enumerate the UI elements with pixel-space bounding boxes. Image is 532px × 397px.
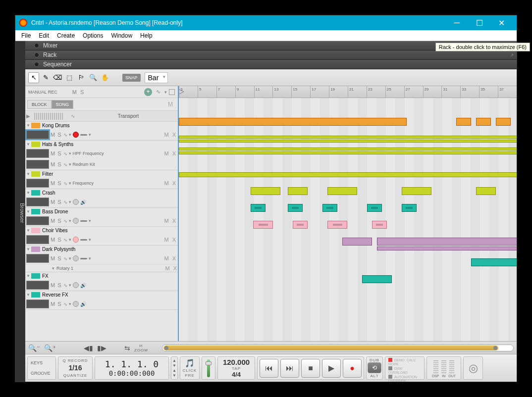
clip[interactable] [372, 221, 387, 229]
track-expand-icon[interactable]: ▼ [26, 209, 31, 214]
track-row[interactable]: ▼FX M S ∿▾🔊 [25, 272, 178, 291]
blocksong-m[interactable]: M [168, 101, 173, 108]
track-row[interactable]: ▼Bass Drone M S ∿▾▾M X [25, 208, 178, 227]
track-automation-icon[interactable]: ∿ [63, 237, 67, 243]
track-mute-solo[interactable]: M S [51, 180, 62, 186]
clip[interactable] [377, 247, 517, 250]
clip[interactable] [288, 187, 308, 195]
lane-dropdown-icon[interactable]: ▾ [164, 90, 167, 95]
track-automation-icon[interactable]: ∿ [63, 199, 67, 205]
pointer-tool[interactable]: ↖ [28, 72, 39, 83]
quantize-value[interactable]: 1/16 [68, 364, 82, 372]
track-row[interactable]: ▼Choir Vibes M S ∿▾▾M X [25, 227, 178, 246]
song-button[interactable]: SONG [52, 100, 74, 109]
track-row[interactable]: ▼Reverse FX M S ∿▾🔊 [25, 291, 178, 310]
track-thumbnail[interactable] [26, 130, 49, 139]
position-spinners[interactable]: ▲▼ ▲▼ [171, 356, 178, 380]
clip[interactable] [402, 204, 417, 212]
clip[interactable] [322, 204, 337, 212]
track-record-enable[interactable] [73, 282, 79, 288]
grid-icon[interactable] [169, 89, 175, 95]
track-expand-icon[interactable]: ▼ [26, 172, 31, 176]
zoom-h-arrows-icon[interactable]: ⇆ [124, 344, 130, 352]
clip[interactable] [179, 151, 517, 154]
track-automation-icon[interactable]: ∿ [63, 301, 67, 307]
track-automation-icon[interactable]: ∿ [63, 181, 67, 186]
clip[interactable] [342, 238, 372, 246]
track-mute-solo[interactable]: M S [51, 150, 62, 156]
track-thumbnail[interactable] [26, 179, 49, 188]
track-thumbnail[interactable] [26, 216, 49, 225]
block-button[interactable]: BLOCK [27, 100, 52, 109]
click-slider[interactable] [202, 356, 215, 380]
track-expand-icon[interactable]: ▼ [26, 191, 31, 195]
zoom-fit-right-icon[interactable]: ▮▶ [97, 344, 106, 352]
track-mute-solo[interactable]: M S [51, 199, 62, 205]
track-thumbnail[interactable] [26, 149, 49, 158]
transport-expand-icon[interactable]: ▶ [25, 113, 31, 119]
rack-expand-icon[interactable]: ↗ [510, 52, 514, 58]
clip[interactable] [476, 187, 496, 195]
erase-tool[interactable]: ⌫ [52, 72, 63, 83]
clip[interactable] [179, 118, 407, 126]
transport-wave-icon[interactable]: ∿ [71, 113, 75, 119]
magnify-tool[interactable]: 🔍 [88, 72, 99, 83]
speaker-icon[interactable]: 🔊 [80, 199, 86, 205]
menu-help[interactable]: Help [136, 31, 157, 40]
track-mute-solo[interactable]: M S [51, 301, 62, 307]
browser-tab[interactable]: Browser [15, 41, 25, 382]
track-record-enable[interactable] [73, 132, 79, 138]
track-record-enable[interactable] [73, 237, 79, 243]
mute-tool[interactable]: 🏳 [76, 72, 87, 83]
track-record-enable[interactable] [73, 199, 79, 205]
track-record-enable[interactable] [73, 255, 79, 261]
clip[interactable] [179, 140, 517, 143]
track-thumbnail[interactable] [26, 235, 49, 244]
track-thumbnail[interactable] [26, 281, 49, 290]
track-automation-icon[interactable]: ∿ [63, 132, 67, 138]
tuner-section[interactable]: ◎ [463, 356, 483, 380]
minimize-button[interactable]: ─ [446, 15, 468, 30]
arrangement-area[interactable] [179, 98, 517, 341]
track-thumbnail[interactable] [26, 198, 49, 206]
click-section[interactable]: 🎵 CLICK PRE [180, 356, 200, 380]
clip[interactable] [367, 204, 382, 212]
menu-edit[interactable]: Edit [35, 31, 53, 40]
track-thumbnail[interactable] [26, 254, 49, 263]
track-mute-solo[interactable]: M S [51, 255, 62, 261]
close-button[interactable]: ✕ [490, 15, 513, 30]
menu-window[interactable]: Window [107, 31, 136, 40]
rewind-button[interactable]: ⏮ [260, 359, 278, 378]
clip[interactable] [253, 221, 273, 229]
zoom-out-button[interactable]: 🔍⁻ [28, 344, 40, 352]
horizontal-scrollbar[interactable] [162, 345, 514, 351]
clip[interactable] [251, 204, 266, 212]
track-thumbnail[interactable] [26, 299, 49, 308]
track-mx[interactable]: M X [164, 132, 177, 138]
menu-create[interactable]: Create [53, 31, 79, 40]
clip[interactable] [456, 118, 471, 126]
speaker-icon[interactable]: 🔊 [80, 283, 86, 288]
clip[interactable] [288, 204, 303, 212]
track-mx[interactable]: M X [164, 218, 177, 224]
zoom-fit-left-icon[interactable]: ◀▮ [84, 344, 93, 352]
dub-alt-section[interactable]: DUB ⟲ ALT [366, 356, 383, 380]
fastforward-button[interactable]: ⏭ [280, 359, 299, 378]
maximize-button[interactable]: ☐ [468, 15, 490, 30]
groove-label[interactable]: GROOVE [31, 371, 51, 376]
snap-toggle[interactable]: SNAP [122, 74, 141, 82]
clip[interactable] [362, 275, 392, 283]
track-mx[interactable]: M X [164, 150, 177, 156]
clip[interactable] [496, 118, 511, 126]
record-button[interactable]: ● [343, 359, 362, 378]
scrollbar-thumb[interactable] [163, 346, 498, 350]
track-row[interactable]: ▼Hats & Synths M S ∿▾HPF FrequencyM XM S… [25, 141, 178, 170]
stop-button[interactable]: ■ [301, 359, 320, 378]
clip[interactable] [179, 172, 517, 177]
play-button[interactable]: ▶ [322, 359, 341, 378]
keys-label[interactable]: KEYS [31, 360, 43, 365]
track-mx[interactable]: M X [164, 180, 177, 186]
hand-tool[interactable]: ✋ [100, 72, 110, 83]
track-mx[interactable]: M X [164, 237, 177, 243]
track-expand-icon[interactable]: ▼ [26, 293, 31, 297]
